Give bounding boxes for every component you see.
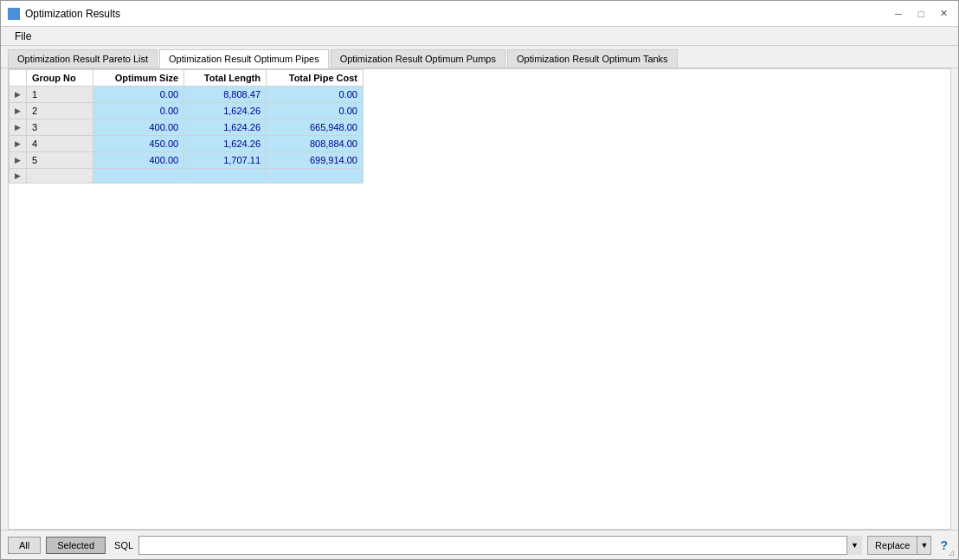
row-optimum-size: [93, 169, 184, 183]
window-title: Optimization Results: [25, 8, 120, 20]
row-total-length: 1,624.26: [184, 136, 267, 152]
row-total-length: 8,808.47: [184, 87, 267, 103]
row-optimum-size: 0.00: [93, 103, 184, 119]
resize-handle[interactable]: ⊿: [948, 548, 955, 557]
row-optimum-size: 400.00: [93, 152, 184, 169]
tab-tanks[interactable]: Optimization Result Optimum Tanks: [507, 49, 678, 68]
data-table: Group No Optimum Size Total Length Total…: [9, 69, 364, 183]
replace-arrow-icon[interactable]: ▼: [917, 536, 930, 555]
row-arrow: ▶: [10, 103, 27, 119]
row-group-no: 4: [27, 136, 93, 152]
row-optimum-size: 450.00: [93, 136, 184, 152]
row-arrow: ▶: [10, 169, 27, 183]
col-arrow: [10, 70, 27, 87]
row-optimum-size: 0.00: [93, 87, 184, 103]
window-controls: ─ □ ✕: [891, 6, 951, 22]
col-total-pipe-cost: Total Pipe Cost: [267, 70, 364, 87]
row-total-length: 1,624.26: [184, 119, 267, 136]
title-bar-left: Optimization Results: [8, 8, 120, 20]
row-total-length: [184, 169, 267, 183]
menu-file[interactable]: File: [8, 29, 38, 44]
window-inner: Optimization Result Pareto List Optimiza…: [1, 46, 958, 559]
row-total-pipe-cost: 0.00: [267, 87, 364, 103]
sql-input[interactable]: [138, 536, 862, 555]
row-group-no: 1: [27, 87, 93, 103]
row-arrow: ▶: [10, 87, 27, 103]
row-group-no: 5: [27, 152, 93, 169]
maximize-button[interactable]: □: [913, 6, 929, 22]
tabs-container: Optimization Result Pareto List Optimiza…: [1, 46, 958, 68]
row-arrow: ▶: [10, 119, 27, 136]
table-header-row: Group No Optimum Size Total Length Total…: [10, 70, 364, 87]
menu-bar: File: [1, 27, 958, 46]
row-group-no: [27, 169, 93, 183]
table-row: ▶: [10, 169, 364, 183]
main-window: Optimization Results ─ □ ✕ File Optimiza…: [0, 0, 959, 560]
status-bar: All Selected SQL ▼ Replace ▼ ?: [1, 530, 958, 559]
app-icon: [8, 8, 20, 20]
table-row: ▶3400.001,624.26665,948.00: [10, 119, 364, 136]
col-total-length: Total Length: [184, 70, 267, 87]
all-button[interactable]: All: [8, 537, 41, 554]
row-arrow: ▶: [10, 152, 27, 169]
row-optimum-size: 400.00: [93, 119, 184, 136]
sql-input-wrapper: ▼: [138, 536, 862, 555]
col-group-no: Group No: [27, 70, 93, 87]
tab-pareto[interactable]: Optimization Result Pareto List: [8, 49, 158, 68]
row-total-pipe-cost: 0.00: [267, 103, 364, 119]
table-row: ▶20.001,624.260.00: [10, 103, 364, 119]
sql-dropdown-button[interactable]: ▼: [846, 536, 862, 555]
table-row: ▶4450.001,624.26808,884.00: [10, 136, 364, 152]
row-arrow: ▶: [10, 136, 27, 152]
tab-pipes[interactable]: Optimization Result Optimum Pipes: [159, 49, 329, 68]
table-body: ▶10.008,808.470.00▶20.001,624.260.00▶340…: [10, 87, 364, 183]
selected-button[interactable]: Selected: [46, 537, 106, 554]
tab-pumps[interactable]: Optimization Result Optimum Pumps: [331, 49, 505, 68]
content-area: Group No Optimum Size Total Length Total…: [8, 68, 951, 530]
row-group-no: 2: [27, 103, 93, 119]
row-group-no: 3: [27, 119, 93, 136]
row-total-pipe-cost: 665,948.00: [267, 119, 364, 136]
col-optimum-size: Optimum Size: [93, 70, 184, 87]
table-row: ▶5400.001,707.11699,914.00: [10, 152, 364, 169]
row-total-pipe-cost: [267, 169, 364, 183]
title-bar: Optimization Results ─ □ ✕: [1, 1, 958, 27]
sql-label: SQL: [114, 540, 133, 550]
row-total-pipe-cost: 699,914.00: [267, 152, 364, 169]
row-total-length: 1,707.11: [184, 152, 267, 169]
row-total-length: 1,624.26: [184, 103, 267, 119]
replace-label: Replace: [868, 538, 917, 552]
close-button[interactable]: ✕: [936, 6, 951, 22]
replace-button[interactable]: Replace ▼: [867, 536, 931, 555]
table-wrapper: Group No Optimum Size Total Length Total…: [9, 69, 950, 529]
table-row: ▶10.008,808.470.00: [10, 87, 364, 103]
row-total-pipe-cost: 808,884.00: [267, 136, 364, 152]
minimize-button[interactable]: ─: [891, 6, 906, 22]
